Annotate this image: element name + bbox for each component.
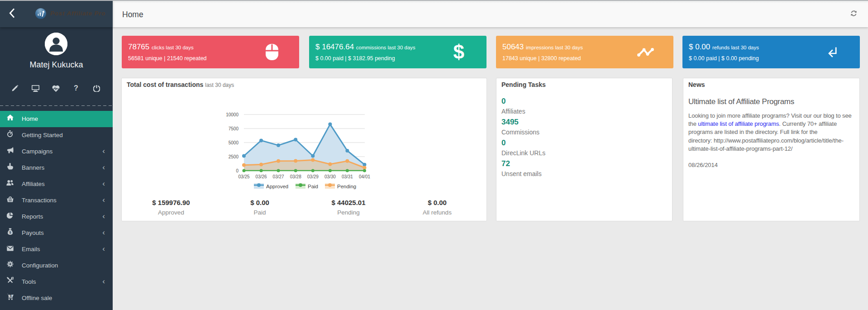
svg-text:Approved: Approved — [266, 184, 288, 189]
svg-text:Paid: Paid — [308, 184, 318, 189]
svg-text:03/29: 03/29 — [307, 174, 319, 179]
svg-text:0: 0 — [236, 168, 238, 173]
svg-text:03/30: 03/30 — [324, 174, 336, 179]
svg-text:Pending: Pending — [337, 184, 356, 189]
svg-text:03/26: 03/26 — [256, 174, 267, 179]
svg-text:03/31: 03/31 — [342, 174, 353, 179]
svg-text:10000: 10000 — [226, 112, 238, 117]
svg-text:04/01: 04/01 — [359, 174, 370, 179]
svg-text:03/28: 03/28 — [290, 174, 301, 179]
svg-text:7500: 7500 — [229, 126, 239, 131]
svg-text:03/25: 03/25 — [238, 174, 249, 179]
svg-text:03/27: 03/27 — [273, 174, 284, 179]
svg-text:2500: 2500 — [229, 154, 239, 159]
svg-text:5000: 5000 — [229, 140, 239, 145]
svg-text:$: $ — [10, 294, 11, 298]
